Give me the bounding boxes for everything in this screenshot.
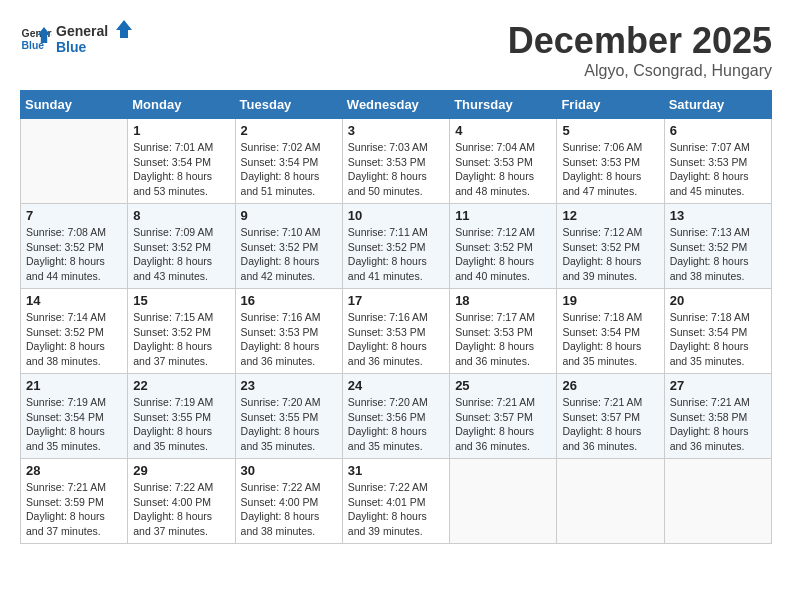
calendar-cell: 25Sunrise: 7:21 AMSunset: 3:57 PMDayligh… <box>450 374 557 459</box>
day-number: 6 <box>670 123 766 138</box>
day-number: 23 <box>241 378 337 393</box>
day-info: Sunrise: 7:18 AMSunset: 3:54 PMDaylight:… <box>562 310 658 369</box>
day-info: Sunrise: 7:08 AMSunset: 3:52 PMDaylight:… <box>26 225 122 284</box>
calendar-cell: 11Sunrise: 7:12 AMSunset: 3:52 PMDayligh… <box>450 204 557 289</box>
day-number: 1 <box>133 123 229 138</box>
calendar-cell: 14Sunrise: 7:14 AMSunset: 3:52 PMDayligh… <box>21 289 128 374</box>
day-info: Sunrise: 7:03 AMSunset: 3:53 PMDaylight:… <box>348 140 444 199</box>
calendar-week-row: 21Sunrise: 7:19 AMSunset: 3:54 PMDayligh… <box>21 374 772 459</box>
calendar-cell: 13Sunrise: 7:13 AMSunset: 3:52 PMDayligh… <box>664 204 771 289</box>
day-number: 5 <box>562 123 658 138</box>
day-number: 27 <box>670 378 766 393</box>
day-info: Sunrise: 7:12 AMSunset: 3:52 PMDaylight:… <box>455 225 551 284</box>
calendar-cell: 29Sunrise: 7:22 AMSunset: 4:00 PMDayligh… <box>128 459 235 544</box>
calendar-cell: 27Sunrise: 7:21 AMSunset: 3:58 PMDayligh… <box>664 374 771 459</box>
day-number: 20 <box>670 293 766 308</box>
day-info: Sunrise: 7:10 AMSunset: 3:52 PMDaylight:… <box>241 225 337 284</box>
svg-marker-4 <box>116 20 132 38</box>
weekday-header-friday: Friday <box>557 91 664 119</box>
calendar-cell: 1Sunrise: 7:01 AMSunset: 3:54 PMDaylight… <box>128 119 235 204</box>
calendar-cell: 20Sunrise: 7:18 AMSunset: 3:54 PMDayligh… <box>664 289 771 374</box>
month-title: December 2025 <box>508 20 772 62</box>
day-info: Sunrise: 7:16 AMSunset: 3:53 PMDaylight:… <box>348 310 444 369</box>
calendar-cell: 8Sunrise: 7:09 AMSunset: 3:52 PMDaylight… <box>128 204 235 289</box>
weekday-header-monday: Monday <box>128 91 235 119</box>
day-number: 9 <box>241 208 337 223</box>
weekday-header-thursday: Thursday <box>450 91 557 119</box>
calendar-cell: 17Sunrise: 7:16 AMSunset: 3:53 PMDayligh… <box>342 289 449 374</box>
day-number: 11 <box>455 208 551 223</box>
calendar-cell: 19Sunrise: 7:18 AMSunset: 3:54 PMDayligh… <box>557 289 664 374</box>
day-number: 19 <box>562 293 658 308</box>
calendar-cell: 12Sunrise: 7:12 AMSunset: 3:52 PMDayligh… <box>557 204 664 289</box>
calendar-cell: 18Sunrise: 7:17 AMSunset: 3:53 PMDayligh… <box>450 289 557 374</box>
calendar-cell: 16Sunrise: 7:16 AMSunset: 3:53 PMDayligh… <box>235 289 342 374</box>
calendar-cell: 22Sunrise: 7:19 AMSunset: 3:55 PMDayligh… <box>128 374 235 459</box>
weekday-header-tuesday: Tuesday <box>235 91 342 119</box>
day-number: 12 <box>562 208 658 223</box>
day-number: 15 <box>133 293 229 308</box>
day-info: Sunrise: 7:11 AMSunset: 3:52 PMDaylight:… <box>348 225 444 284</box>
day-info: Sunrise: 7:15 AMSunset: 3:52 PMDaylight:… <box>133 310 229 369</box>
day-info: Sunrise: 7:21 AMSunset: 3:57 PMDaylight:… <box>455 395 551 454</box>
logo-svg: General Blue <box>56 20 136 58</box>
day-number: 31 <box>348 463 444 478</box>
calendar-cell: 24Sunrise: 7:20 AMSunset: 3:56 PMDayligh… <box>342 374 449 459</box>
day-info: Sunrise: 7:19 AMSunset: 3:55 PMDaylight:… <box>133 395 229 454</box>
calendar-cell <box>557 459 664 544</box>
calendar-week-row: 7Sunrise: 7:08 AMSunset: 3:52 PMDaylight… <box>21 204 772 289</box>
day-info: Sunrise: 7:09 AMSunset: 3:52 PMDaylight:… <box>133 225 229 284</box>
day-info: Sunrise: 7:19 AMSunset: 3:54 PMDaylight:… <box>26 395 122 454</box>
day-number: 13 <box>670 208 766 223</box>
day-info: Sunrise: 7:22 AMSunset: 4:01 PMDaylight:… <box>348 480 444 539</box>
calendar-cell: 5Sunrise: 7:06 AMSunset: 3:53 PMDaylight… <box>557 119 664 204</box>
calendar-cell: 3Sunrise: 7:03 AMSunset: 3:53 PMDaylight… <box>342 119 449 204</box>
day-info: Sunrise: 7:01 AMSunset: 3:54 PMDaylight:… <box>133 140 229 199</box>
calendar-cell: 28Sunrise: 7:21 AMSunset: 3:59 PMDayligh… <box>21 459 128 544</box>
day-info: Sunrise: 7:21 AMSunset: 3:58 PMDaylight:… <box>670 395 766 454</box>
calendar-cell: 4Sunrise: 7:04 AMSunset: 3:53 PMDaylight… <box>450 119 557 204</box>
day-number: 17 <box>348 293 444 308</box>
calendar-cell: 21Sunrise: 7:19 AMSunset: 3:54 PMDayligh… <box>21 374 128 459</box>
calendar-cell: 15Sunrise: 7:15 AMSunset: 3:52 PMDayligh… <box>128 289 235 374</box>
calendar-cell: 23Sunrise: 7:20 AMSunset: 3:55 PMDayligh… <box>235 374 342 459</box>
calendar-week-row: 28Sunrise: 7:21 AMSunset: 3:59 PMDayligh… <box>21 459 772 544</box>
day-info: Sunrise: 7:06 AMSunset: 3:53 PMDaylight:… <box>562 140 658 199</box>
calendar-cell: 6Sunrise: 7:07 AMSunset: 3:53 PMDaylight… <box>664 119 771 204</box>
weekday-header-row: SundayMondayTuesdayWednesdayThursdayFrid… <box>21 91 772 119</box>
day-info: Sunrise: 7:04 AMSunset: 3:53 PMDaylight:… <box>455 140 551 199</box>
day-info: Sunrise: 7:12 AMSunset: 3:52 PMDaylight:… <box>562 225 658 284</box>
day-number: 3 <box>348 123 444 138</box>
day-info: Sunrise: 7:20 AMSunset: 3:56 PMDaylight:… <box>348 395 444 454</box>
day-number: 28 <box>26 463 122 478</box>
calendar-cell: 31Sunrise: 7:22 AMSunset: 4:01 PMDayligh… <box>342 459 449 544</box>
weekday-header-wednesday: Wednesday <box>342 91 449 119</box>
day-info: Sunrise: 7:16 AMSunset: 3:53 PMDaylight:… <box>241 310 337 369</box>
calendar-week-row: 14Sunrise: 7:14 AMSunset: 3:52 PMDayligh… <box>21 289 772 374</box>
day-number: 2 <box>241 123 337 138</box>
calendar-cell: 10Sunrise: 7:11 AMSunset: 3:52 PMDayligh… <box>342 204 449 289</box>
day-info: Sunrise: 7:21 AMSunset: 3:59 PMDaylight:… <box>26 480 122 539</box>
day-info: Sunrise: 7:07 AMSunset: 3:53 PMDaylight:… <box>670 140 766 199</box>
day-number: 24 <box>348 378 444 393</box>
day-info: Sunrise: 7:14 AMSunset: 3:52 PMDaylight:… <box>26 310 122 369</box>
day-number: 10 <box>348 208 444 223</box>
logo-icon: General Blue <box>20 23 52 55</box>
header: General Blue General Blue December 2025 … <box>20 20 772 80</box>
calendar-table: SundayMondayTuesdayWednesdayThursdayFrid… <box>20 90 772 544</box>
day-info: Sunrise: 7:21 AMSunset: 3:57 PMDaylight:… <box>562 395 658 454</box>
day-number: 22 <box>133 378 229 393</box>
day-info: Sunrise: 7:17 AMSunset: 3:53 PMDaylight:… <box>455 310 551 369</box>
svg-text:Blue: Blue <box>56 39 87 55</box>
calendar-cell <box>21 119 128 204</box>
day-number: 29 <box>133 463 229 478</box>
day-number: 4 <box>455 123 551 138</box>
day-info: Sunrise: 7:22 AMSunset: 4:00 PMDaylight:… <box>133 480 229 539</box>
day-info: Sunrise: 7:02 AMSunset: 3:54 PMDaylight:… <box>241 140 337 199</box>
day-info: Sunrise: 7:13 AMSunset: 3:52 PMDaylight:… <box>670 225 766 284</box>
logo: General Blue General Blue <box>20 20 136 58</box>
calendar-cell: 26Sunrise: 7:21 AMSunset: 3:57 PMDayligh… <box>557 374 664 459</box>
day-info: Sunrise: 7:18 AMSunset: 3:54 PMDaylight:… <box>670 310 766 369</box>
day-number: 26 <box>562 378 658 393</box>
day-number: 8 <box>133 208 229 223</box>
